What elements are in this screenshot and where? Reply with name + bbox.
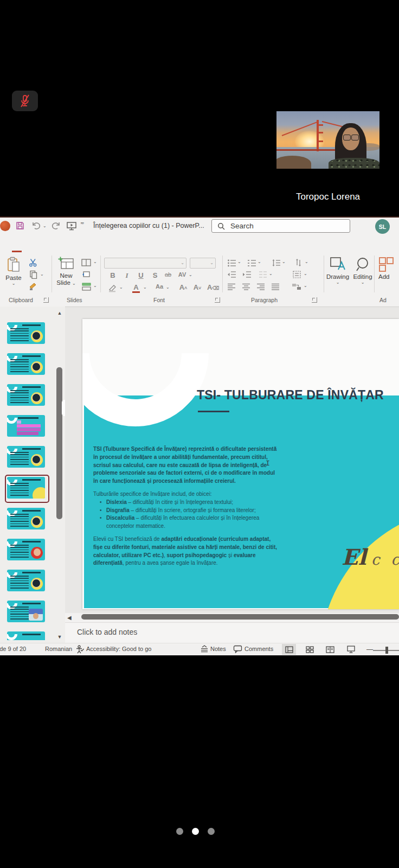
ribbon-tab[interactable] [31,248,41,252]
columns-chevron[interactable]: ⌄ [269,272,273,276]
slide-thumbnail[interactable] [7,353,45,375]
italic-button[interactable]: I [121,271,132,280]
ribbon-tab[interactable] [12,248,22,252]
highlight-chevron[interactable]: ⌄ [119,285,123,290]
notes-toggle[interactable]: Notes [210,646,226,652]
account-avatar[interactable]: SL [375,219,390,234]
page-dot[interactable] [176,828,183,835]
align-center-button[interactable] [241,282,251,291]
cut-button[interactable] [28,258,38,267]
panel-scroll-down-arrow[interactable]: ▼ [56,634,63,640]
bullets-button[interactable] [227,258,236,267]
underline-button[interactable]: U [136,271,146,279]
slide-thumbnail[interactable] [7,415,45,437]
start-slideshow-qat-button[interactable] [66,221,77,231]
accessibility-status[interactable]: Accessibility: Good to go [86,646,151,652]
bold-button[interactable]: B [107,271,118,279]
ribbon-tab[interactable] [70,248,80,252]
zoom-out-button[interactable]: — [366,646,373,653]
convert-smartart-button[interactable] [292,282,301,291]
align-left-button[interactable] [227,282,236,291]
hscroll-left-arrow[interactable]: ◀ [67,615,72,621]
grow-font-button[interactable]: A˄ [178,283,189,291]
search-input[interactable] [229,221,329,231]
columns-button[interactable] [258,270,268,279]
slide-thumbnail[interactable] [7,384,45,406]
change-case-button[interactable]: Aa [154,283,165,290]
clear-formatting-button[interactable]: A⌫ [207,283,218,291]
highlight-color-button[interactable] [107,283,117,293]
save-button[interactable] [15,221,25,231]
paste-button[interactable]: Paste ⌄ [2,257,25,286]
ribbon-tab[interactable] [90,248,100,252]
language-status[interactable]: Romanian [45,646,72,652]
undo-dropdown-chevron[interactable]: ⌄ [43,224,47,228]
section-button[interactable] [81,282,91,291]
mute-indicator-button[interactable] [12,91,38,111]
zoom-slider-thumb[interactable] [385,647,388,654]
copy-button[interactable] [28,270,38,279]
increase-indent-button[interactable] [242,270,252,279]
change-case-chevron[interactable]: ⌄ [166,285,170,290]
hscroll-thumb[interactable] [81,614,399,620]
align-text-chevron[interactable]: ⌄ [304,272,307,276]
slide-thumbnail[interactable] [7,539,45,560]
font-name-combobox[interactable]: ⌄ [104,258,186,269]
layout-dropdown-chevron[interactable]: ⌄ [93,260,97,264]
text-direction-button[interactable] [293,258,303,267]
shrink-font-button[interactable]: A˅ [192,283,203,291]
slide-thumbnail[interactable] [7,601,45,622]
ribbon-tab[interactable] [100,248,110,252]
slide-thumbnail[interactable] [7,446,45,468]
smartart-chevron[interactable]: ⌄ [304,284,307,288]
ribbon-tab[interactable] [51,248,61,252]
reading-view-button[interactable] [323,644,337,655]
ribbon-tab[interactable] [61,248,70,252]
font-color-button[interactable]: A [132,283,140,293]
addins-button[interactable]: Add [378,257,399,280]
bullets-chevron[interactable]: ⌄ [237,260,241,264]
drawing-button[interactable]: Drawing ⌄ [325,257,350,285]
font-dialog-launcher[interactable] [215,297,220,303]
copy-dropdown-chevron[interactable]: ⌄ [40,272,44,277]
slide-thumbnail[interactable] [7,508,45,529]
page-dot[interactable] [208,828,215,835]
comments-toggle[interactable]: Comments [244,646,273,652]
ribbon-tab[interactable] [110,248,119,252]
slideshow-view-button[interactable] [344,644,358,655]
numbering-button[interactable] [247,258,256,267]
panel-scroll-up-arrow[interactable]: ▲ [56,310,63,316]
page-dot[interactable] [192,828,199,835]
new-slide-button[interactable]: New Slide ⌄ [53,257,79,286]
notes-placeholder[interactable]: Click to add notes [77,628,137,636]
editing-button[interactable]: Editing ⌄ [351,257,374,285]
ribbon-tab[interactable] [22,248,31,252]
ribbon-tab[interactable] [41,248,51,252]
search-box[interactable] [211,219,350,233]
align-right-button[interactable] [256,282,266,291]
character-spacing-button[interactable]: AV [177,271,188,278]
justify-button[interactable] [271,282,280,291]
slide-thumbnail[interactable] [7,322,45,344]
clipboard-dialog-launcher[interactable] [43,297,49,303]
line-spacing-button[interactable] [271,258,281,267]
slide-layout-button[interactable] [81,258,91,267]
character-spacing-chevron[interactable]: ⌄ [189,273,192,277]
ribbon-tab[interactable] [80,248,90,252]
ribbon-tab[interactable] [2,248,12,252]
redo-button[interactable] [50,221,61,231]
customize-qat-chevron[interactable]: ≂ [80,220,85,226]
format-painter-button[interactable] [28,282,38,291]
font-size-combobox[interactable]: ⌄ [190,258,216,269]
decrease-indent-button[interactable] [227,270,236,279]
normal-view-button[interactable] [282,644,296,655]
shadow-button[interactable]: S [150,271,160,279]
line-spacing-chevron[interactable]: ⌄ [282,260,286,264]
strikethrough-button[interactable]: ab [163,271,173,278]
reset-slide-button[interactable] [81,270,91,279]
slide-thumbnail[interactable] [7,570,45,591]
slide-sorter-view-button[interactable] [303,644,317,655]
paragraph-dialog-launcher[interactable] [312,297,317,303]
section-dropdown-chevron[interactable]: ⌄ [93,284,97,288]
font-color-chevron[interactable]: ⌄ [143,285,147,290]
